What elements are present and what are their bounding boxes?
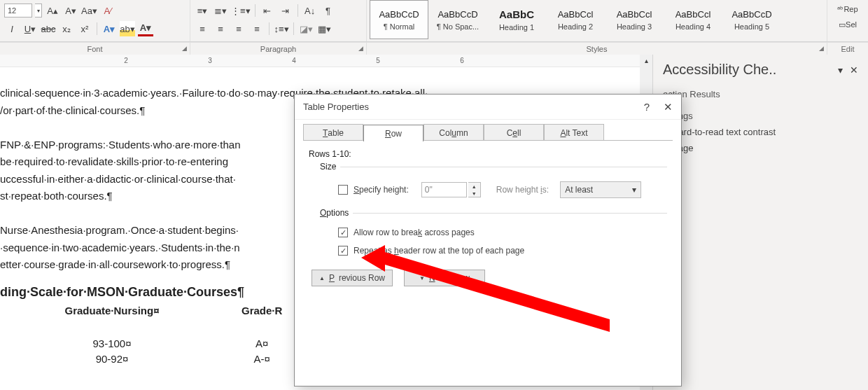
tab-alt-text[interactable]: Alt Text — [544, 124, 604, 141]
justify-icon[interactable]: ≡ — [249, 21, 265, 36]
font-size-dropdown[interactable]: ▾ — [35, 4, 42, 18]
font-color-icon[interactable]: A▾ — [138, 21, 153, 36]
warnings-label: arnings — [663, 111, 858, 121]
sort-icon[interactable]: A↓ — [302, 3, 318, 18]
highlight-icon[interactable]: ab▾ — [120, 21, 135, 36]
dialog-help-icon[interactable]: ? — [644, 101, 650, 113]
style-normal[interactable]: AaBbCcD ¶ Normal — [370, 0, 428, 39]
accessibility-issue-item[interactable]: ▶Page — [663, 143, 858, 153]
increase-font-icon[interactable]: A▴ — [45, 3, 60, 18]
rows-range-label: Rows 1-10: — [309, 149, 667, 159]
font-size-input[interactable]: 12 — [4, 4, 32, 18]
text-effects-icon[interactable]: A▾ — [102, 21, 117, 36]
next-row-button[interactable]: ▼ Next Row — [404, 270, 485, 286]
tab-cell[interactable]: Cell — [484, 124, 544, 141]
dialog-title: Table Properties — [303, 102, 369, 112]
scroll-up-icon[interactable]: ▴ — [640, 55, 652, 66]
tab-column[interactable]: Column — [424, 124, 484, 141]
height-input[interactable]: 0" — [421, 182, 467, 197]
shading-icon[interactable]: ◪▾ — [298, 21, 314, 36]
align-center-icon[interactable]: ≡ — [213, 21, 228, 36]
numbering-icon[interactable]: ≣▾ — [213, 3, 228, 18]
style-heading5[interactable]: AaBbCcD Heading 5 — [722, 0, 781, 39]
align-right-icon[interactable]: ≡ — [231, 21, 246, 36]
tab-row[interactable]: Row — [363, 125, 424, 141]
show-marks-icon[interactable]: ¶ — [321, 3, 336, 18]
ribbon: 12 ▾ A▴ A▾ Aa▾ A⁄ I U▾ abc x₂ x² A▾ ab▾ … — [0, 0, 868, 42]
previous-row-button[interactable]: ▲ Previous Row — [312, 270, 393, 286]
pane-close-icon[interactable]: ✕ — [850, 64, 858, 76]
pane-menu-icon[interactable]: ▾ — [838, 64, 843, 76]
editing-group: ᵃᵇ Rep ▭ Sel — [827, 0, 868, 41]
styles-group: AaBbCcD ¶ Normal AaBbCcD ¶ No Spac... Aa… — [367, 0, 827, 41]
clear-format-icon[interactable]: A⁄ — [100, 3, 115, 18]
font-expand-icon[interactable]: ◢ — [182, 45, 187, 52]
table-cell: 93-100¤ — [0, 336, 224, 352]
table-properties-dialog: Table Properties ? ✕ TTableable Row Colu… — [294, 94, 682, 386]
table-cell: A-¤ — [227, 351, 297, 368]
superscript-icon[interactable]: x² — [77, 21, 92, 36]
style-heading1[interactable]: AaBbC Heading 1 — [487, 0, 546, 39]
table-header-cell: Graduate·Nursing¤ — [0, 303, 224, 319]
italic-icon[interactable]: I — [4, 21, 20, 36]
bullets-icon[interactable]: ≡▾ — [195, 3, 210, 18]
allow-break-checkbox[interactable]: ✓ — [338, 228, 348, 237]
tab-table[interactable]: TTableable — [303, 124, 363, 141]
row-height-is-label: Row height is: — [496, 185, 549, 195]
paragraph-group: ≡▾ ≣▾ ⋮≡▾ ⇤ ⇥ A↓ ¶ ≡ ≡ ≡ ≡ ↕≡▾ ◪▾ ▦▾ — [190, 0, 367, 41]
replace-button[interactable]: ᵃᵇ Rep — [830, 1, 865, 17]
dialog-close-icon[interactable]: ✕ — [664, 101, 673, 113]
subscript-icon[interactable]: x₂ — [59, 21, 74, 36]
decrease-indent-icon[interactable]: ⇤ — [260, 3, 275, 18]
increase-indent-icon[interactable]: ⇥ — [278, 3, 293, 18]
paragraph-expand-icon[interactable]: ◢ — [358, 45, 363, 52]
table-cell: A¤ — [227, 336, 297, 352]
options-legend: Options — [320, 208, 349, 218]
table-cell: 90-92¤ — [0, 351, 224, 368]
table-header-cell: Grade·R — [227, 303, 297, 319]
specify-height-checkbox[interactable] — [338, 185, 348, 195]
repeat-header-checkbox[interactable]: ✓ — [338, 246, 348, 256]
line-spacing-icon[interactable]: ↕≡▾ — [274, 21, 289, 36]
repeat-header-label: Repeat as header row at the top of each … — [354, 246, 524, 256]
underline-icon[interactable]: U▾ — [22, 21, 38, 36]
align-left-icon[interactable]: ≡ — [195, 21, 210, 36]
change-case-icon[interactable]: Aa▾ — [81, 3, 97, 18]
specify-height-label: Specify height: — [354, 185, 409, 195]
inspection-results-label: ection Results — [663, 89, 858, 99]
size-legend: Size — [320, 162, 336, 172]
style-heading3[interactable]: AaBbCcl Heading 3 — [605, 0, 664, 39]
accessibility-pane: Accessibility Che.. ▾ ✕ ection Results a… — [652, 55, 868, 390]
pane-title-text: Accessibility Che.. — [663, 62, 776, 78]
style-heading2[interactable]: AaBbCcl Heading 2 — [546, 0, 605, 39]
accessibility-issue-item[interactable]: ▶Hard-to-read text contrast — [663, 127, 858, 137]
height-spinner[interactable]: ▲▼ — [468, 182, 481, 197]
ribbon-group-labels: Font◢ Paragraph◢ Styles◢ Edit — [0, 42, 868, 55]
horizontal-ruler[interactable]: 2 3 4 5 6 — [0, 55, 640, 67]
style-no-spacing[interactable]: AaBbCcD ¶ No Spac... — [428, 0, 487, 39]
borders-icon[interactable]: ▦▾ — [316, 21, 332, 36]
strike-icon[interactable]: abc — [41, 21, 56, 36]
font-group: 12 ▾ A▴ A▾ Aa▾ A⁄ I U▾ abc x₂ x² A▾ ab▾ … — [0, 0, 190, 41]
chevron-down-icon: ▾ — [632, 185, 636, 195]
select-button[interactable]: ▭ Sel — [830, 17, 865, 32]
style-heading4[interactable]: AaBbCcl Heading 4 — [664, 0, 722, 39]
dialog-tabs: TTableable Row Column Cell Alt Text — [303, 124, 673, 141]
allow-break-label: Allow row to break across pages — [354, 228, 475, 237]
styles-expand-icon[interactable]: ◢ — [819, 45, 824, 52]
row-height-mode-select[interactable]: At least▾ — [560, 181, 641, 198]
multilevel-icon[interactable]: ⋮≡▾ — [231, 3, 251, 18]
decrease-font-icon[interactable]: A▾ — [63, 3, 78, 18]
